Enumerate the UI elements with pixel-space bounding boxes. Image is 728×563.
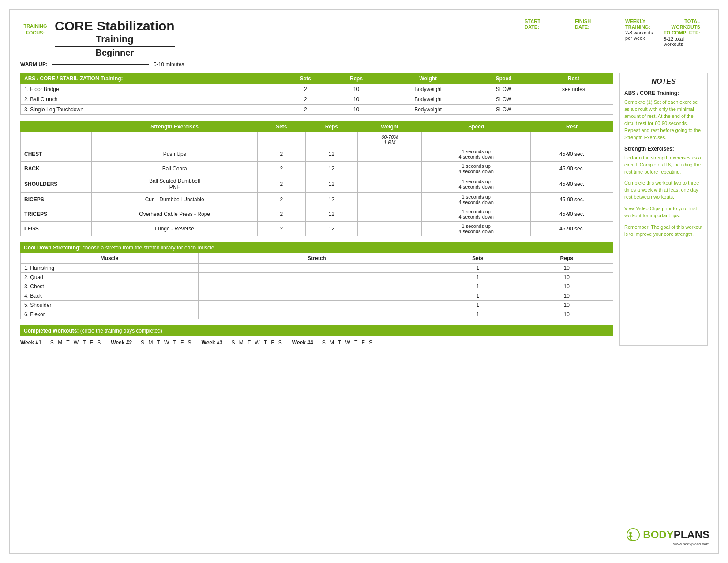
weight-note: 60-70% 1 RM bbox=[358, 132, 422, 147]
total-workouts-field: TOTAL WORKOUTS TO COMPLETE: 8-12 total w… bbox=[664, 19, 708, 48]
total-workouts-value: 8-12 total workouts bbox=[664, 36, 684, 47]
notes-section-text: Perform the strength exercises as a circ… bbox=[624, 155, 703, 176]
strength-header-sets: Sets bbox=[258, 121, 305, 132]
abs-header-sets: Sets bbox=[281, 73, 330, 84]
svg-point-0 bbox=[627, 529, 639, 541]
page-header: TRAINING FOCUS: CORE Stabilization Train… bbox=[20, 19, 708, 58]
cooldown-header-reps: Reps bbox=[520, 253, 613, 264]
abs-header-exercise: ABS / CORE / STABILIZATION Training: bbox=[21, 73, 281, 84]
notes-section-heading: Strength Exercises: bbox=[624, 146, 703, 152]
table-row: 4. Back 1 10 bbox=[21, 291, 613, 301]
weekly-training-value: 2-3 workouts per week bbox=[625, 30, 653, 41]
table-row: CHEST Push Ups 2 12 1 seconds up4 second… bbox=[21, 147, 613, 162]
start-date-field: START DATE: bbox=[525, 19, 564, 38]
cooldown-header-stretch: Stretch bbox=[198, 253, 435, 264]
cool-down-header-rest: choose a stretch from the stretch librar… bbox=[81, 245, 215, 251]
week-days: S M T W T F S bbox=[231, 340, 283, 346]
total-workouts-label: TOTAL WORKOUTS TO COMPLETE: bbox=[664, 19, 700, 36]
table-row: TRICEPS Overhead Cable Press - Rope 2 12… bbox=[21, 207, 613, 222]
table-row: 1. Hamstring 1 10 bbox=[21, 264, 613, 273]
week-label: Week #2 bbox=[111, 340, 132, 346]
svg-point-1 bbox=[629, 532, 632, 534]
strength-header-exercise: Strength Exercises bbox=[92, 121, 258, 132]
notes-section-text: Remember: The goal of this workout is to… bbox=[624, 224, 703, 238]
notes-section-text: Complete this workout two to three times… bbox=[624, 180, 703, 201]
cool-down-table: Muscle Stretch Sets Reps 1. Hamstring 1 … bbox=[20, 253, 613, 319]
abs-core-table: ABS / CORE / STABILIZATION Training: Set… bbox=[20, 73, 613, 115]
page: TRAINING FOCUS: CORE Stabilization Train… bbox=[9, 9, 719, 554]
training-focus-label: TRAINING FOCUS: bbox=[20, 23, 50, 37]
strength-header-muscle bbox=[21, 121, 92, 132]
notes-title: NOTES bbox=[624, 78, 703, 86]
week-days: S M T W T F S bbox=[322, 340, 374, 346]
table-row: 5. Shoulder 1 10 bbox=[21, 301, 613, 310]
strength-table: Strength Exercises Sets Reps Weight Spee… bbox=[20, 121, 613, 236]
logo-url: www.bodyplans.com bbox=[626, 542, 709, 546]
table-row: 3. Single Leg Touchdown 2 10 Bodyweight … bbox=[21, 105, 613, 115]
strength-header-rest: Rest bbox=[531, 121, 613, 132]
warm-up-line bbox=[52, 64, 149, 65]
header-fields: START DATE: FINISH DATE: WEEKLY TRAINING… bbox=[525, 19, 708, 48]
logo-body: BODY bbox=[643, 529, 673, 540]
notes-panel: NOTES ABS / CORE Training:Complete (1) S… bbox=[619, 73, 708, 346]
table-row: 3. Chest 1 10 bbox=[21, 282, 613, 291]
cooldown-header-muscle: Muscle bbox=[21, 253, 199, 264]
weeks-row: Week #1S M T W T F SWeek #2S M T W T F S… bbox=[20, 340, 613, 346]
table-row: LEGS Lunge - Reverse 2 12 1 seconds up4 … bbox=[21, 222, 613, 236]
week-label: Week #1 bbox=[20, 340, 41, 346]
total-workouts-line bbox=[664, 48, 708, 48]
strength-header-speed: Speed bbox=[422, 121, 531, 132]
start-date-label: START DATE: bbox=[525, 19, 540, 30]
main-content: ABS / CORE / STABILIZATION Training: Set… bbox=[20, 73, 613, 346]
logo-plans: PLANS bbox=[674, 529, 709, 540]
abs-header-rest: Rest bbox=[534, 73, 613, 84]
notes-section-heading: ABS / CORE Training: bbox=[624, 90, 703, 96]
notes-section-text: View Video Clips prior to your first wor… bbox=[624, 205, 703, 219]
cooldown-header-sets: Sets bbox=[435, 253, 520, 264]
logo-area: BODYPLANS www.bodyplans.com bbox=[626, 528, 709, 546]
abs-header-speed: Speed bbox=[473, 73, 534, 84]
logo-text: BODYPLANS bbox=[643, 529, 709, 541]
title-line1: CORE Stabilization bbox=[55, 19, 175, 34]
table-row: BACK Ball Cobra 2 12 1 seconds up4 secon… bbox=[21, 162, 613, 176]
abs-header-reps: Reps bbox=[330, 73, 383, 84]
start-date-line bbox=[525, 31, 564, 38]
finish-date-line bbox=[575, 31, 615, 38]
week-days: S M T W T F S bbox=[50, 340, 102, 346]
completed-header-rest: (circle the training days completed) bbox=[79, 328, 162, 334]
finish-date-label: FINISH DATE: bbox=[575, 19, 591, 30]
bodyplans-icon bbox=[626, 528, 640, 542]
completed-header-bold: Completed Workouts: bbox=[24, 328, 79, 334]
notes-section-text: Complete (1) Set of each exercise as a c… bbox=[624, 99, 703, 141]
title-line3: Beginner bbox=[55, 48, 175, 58]
table-row: 1. Floor Bridge 2 10 Bodyweight SLOW see… bbox=[21, 84, 613, 94]
table-row: BICEPS Curl - Dumbbell Unstable 2 12 1 s… bbox=[21, 193, 613, 207]
cool-down-header-bold: Cool Down Stretching: bbox=[24, 245, 81, 251]
main-title: CORE Stabilization Training Beginner bbox=[55, 19, 175, 58]
title-line2: Training bbox=[55, 34, 175, 47]
warm-up-time: 5-10 minutes bbox=[154, 61, 184, 68]
finish-date-field: FINISH DATE: bbox=[575, 19, 615, 38]
strength-header-weight: Weight bbox=[358, 121, 422, 132]
completed-workouts-header: Completed Workouts: (circle the training… bbox=[20, 325, 613, 336]
table-row: 2. Quad 1 10 bbox=[21, 273, 613, 282]
strength-header-reps: Reps bbox=[305, 121, 358, 132]
warm-up-label: WARM UP: bbox=[20, 61, 48, 68]
week-days: S M T W T F S bbox=[141, 340, 192, 346]
weekly-training-label: WEEKLY TRAINING: bbox=[625, 19, 650, 30]
weekly-training-field: WEEKLY TRAINING: 2-3 workouts per week bbox=[625, 19, 653, 41]
abs-header-weight: Weight bbox=[383, 73, 473, 84]
week-label: Week #3 bbox=[202, 340, 223, 346]
content-area: ABS / CORE / STABILIZATION Training: Set… bbox=[20, 73, 708, 346]
table-row: SHOULDERS Ball Seated DumbbellPNF 2 12 1… bbox=[21, 176, 613, 193]
warm-up-row: WARM UP: 5-10 minutes bbox=[20, 61, 708, 68]
table-row: 2. Ball Crunch 2 10 Bodyweight SLOW bbox=[21, 94, 613, 105]
table-row: 60-70% 1 RM bbox=[21, 132, 613, 147]
cool-down-header: Cool Down Stretching: choose a stretch f… bbox=[20, 242, 613, 253]
week-label: Week #4 bbox=[292, 340, 313, 346]
table-row: 6. Flexor 1 10 bbox=[21, 310, 613, 319]
